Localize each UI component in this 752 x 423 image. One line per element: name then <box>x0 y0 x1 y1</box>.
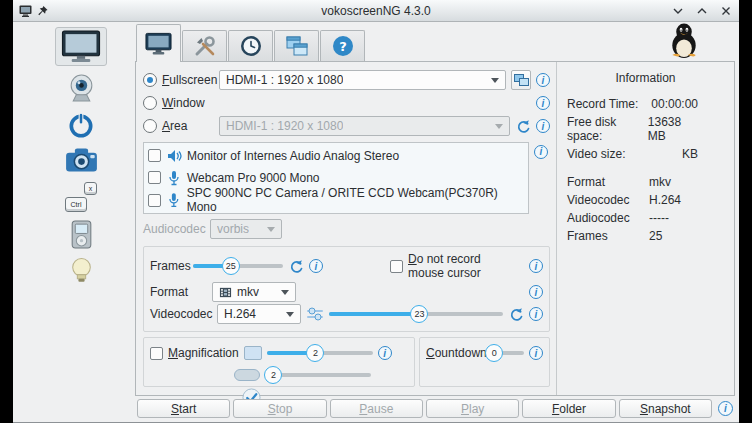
sidebar-item-shade[interactable] <box>70 257 93 286</box>
fullscreen-label: Fullscreen <box>162 73 214 87</box>
sidebar-item-camera[interactable] <box>65 147 98 174</box>
titlebar[interactable]: vokoscreenNG 4.3.0 <box>13 0 739 22</box>
magnification-shape-chip[interactable] <box>234 369 260 381</box>
audio-device-checkbox[interactable] <box>148 149 161 162</box>
tab-tools[interactable] <box>182 30 227 61</box>
audio-device-list[interactable]: Monitor of Internes Audio Analog Stereo … <box>143 142 529 214</box>
audio-device-label: Monitor of Internes Audio Analog Stereo <box>187 149 399 163</box>
audio-section: Monitor of Internes Audio Analog Stereo … <box>143 142 550 214</box>
format-label: Format <box>150 285 188 299</box>
film-icon <box>219 286 232 299</box>
videocodec-select[interactable]: H.264 <box>217 304 301 324</box>
window-row: Window <box>143 93 550 113</box>
snapshot-button[interactable]: Snapshot <box>619 399 712 418</box>
videocodec-row: Videocodec H.264 23 <box>150 304 543 324</box>
countdown-group: Countdown 0 <box>419 337 550 387</box>
camera-icon <box>65 147 98 174</box>
maximize-button[interactable] <box>694 3 709 18</box>
sidebar-item-player[interactable] <box>70 220 93 249</box>
format-info-icon[interactable] <box>529 285 543 299</box>
window-radio[interactable] <box>143 96 157 110</box>
audiocodec-label: Audiocodec <box>143 222 205 236</box>
area-reset-button[interactable] <box>515 118 531 134</box>
information-title: Information <box>567 71 724 85</box>
videocodec-info-icon[interactable] <box>529 307 543 321</box>
countdown-info-icon[interactable] <box>529 346 543 360</box>
sidebar-item-systray[interactable] <box>67 111 95 139</box>
magnification-zoom-slider[interactable]: 2 <box>267 343 373 363</box>
countdown-handle[interactable]: 0 <box>485 344 503 362</box>
info-audiocodec-row: Audiocodec ----- <box>567 211 724 225</box>
close-button[interactable] <box>718 3 733 18</box>
videocodec-quality-handle[interactable]: 23 <box>410 305 428 323</box>
magnification-size-slider[interactable]: 2 <box>265 365 371 385</box>
frames-slider[interactable]: 25 <box>193 256 283 276</box>
dual-screen-icon <box>514 74 529 87</box>
speaker-icon <box>166 148 182 164</box>
frames-slider-handle[interactable]: 25 <box>222 257 240 275</box>
chevron-down-icon <box>491 78 499 83</box>
chevron-down-icon <box>495 124 503 129</box>
videocodec-value: H.264 <box>224 307 256 321</box>
all-screens-button[interactable] <box>511 70 531 90</box>
toolbar-info-icon[interactable] <box>718 401 733 416</box>
start-button[interactable]: Start <box>137 399 230 418</box>
format-select[interactable]: mkv <box>212 282 296 302</box>
magnification-size-row: 2 <box>150 365 408 385</box>
record-settings-group: Frames 25 <box>143 246 550 332</box>
minimize-button[interactable] <box>670 3 685 18</box>
record-time-label: Record Time: <box>567 97 638 111</box>
magnification-checkbox[interactable] <box>150 347 163 360</box>
key-ctrl: Ctrl <box>65 197 87 212</box>
audio-info-icon[interactable] <box>534 145 548 159</box>
bottom-toolbar: Start Stop Pause Play Folder Snapshot <box>135 396 735 422</box>
info-frames-row: Frames 25 <box>567 229 724 243</box>
audio-device-checkbox[interactable] <box>148 171 161 184</box>
magnification-info-icon[interactable] <box>378 346 392 360</box>
record-time-value: 00:00:00 <box>651 97 724 111</box>
area-radio[interactable] <box>143 119 157 133</box>
frames-info-icon[interactable] <box>309 259 323 273</box>
audio-device-checkbox[interactable] <box>148 194 161 207</box>
magnification-zoom-handle[interactable]: 2 <box>306 344 324 362</box>
audio-device-row[interactable]: SPC 900NC PC Camera / ORITE CCD Webcam(P… <box>148 190 524 210</box>
stop-button[interactable]: Stop <box>233 399 326 418</box>
area-screen-select: HDMI-1 : 1920 x 1080 <box>219 116 510 136</box>
audio-info-column <box>534 142 550 214</box>
area-info-icon[interactable] <box>536 119 550 133</box>
pin-icon[interactable] <box>37 5 48 17</box>
magnification-preview-swatch[interactable] <box>244 346 262 360</box>
tab-windows[interactable] <box>274 30 319 61</box>
audio-device-row[interactable]: Monitor of Internes Audio Analog Stereo <box>148 146 524 165</box>
audio-device-row[interactable]: Webcam Pro 9000 Mono <box>148 168 524 187</box>
fullscreen-radio[interactable] <box>143 73 157 87</box>
folder-button[interactable]: Folder <box>522 399 615 418</box>
countdown-slider[interactable]: 0 <box>492 343 524 363</box>
mouse-cursor-info-icon[interactable] <box>529 259 543 273</box>
tab-help[interactable]: ? <box>320 30 365 61</box>
videocodec-reset-button[interactable] <box>508 306 524 322</box>
play-button[interactable]: Play <box>426 399 519 418</box>
information-stats: Record Time: 00:00:00 Free disk space: 1… <box>567 97 724 161</box>
help-icon: ? <box>331 34 355 58</box>
clock-icon <box>239 34 263 58</box>
pause-button[interactable]: Pause <box>330 399 423 418</box>
audiocodec-value: vorbis <box>217 222 249 236</box>
window-info-icon[interactable] <box>536 96 550 110</box>
area-label: Area <box>162 119 214 133</box>
app-icon <box>19 5 32 17</box>
mouse-cursor-checkbox[interactable] <box>390 260 403 273</box>
fullscreen-info-icon[interactable] <box>536 73 550 87</box>
free-disk-space-value: 13638 MB <box>648 115 724 143</box>
videocodec-quality-slider[interactable]: 23 <box>329 304 503 324</box>
sidebar: x Ctrl <box>13 22 135 422</box>
tab-screen[interactable] <box>136 24 181 62</box>
frames-reset-button[interactable] <box>288 258 304 274</box>
fullscreen-screen-select[interactable]: HDMI-1 : 1920 x 1080 <box>219 70 506 90</box>
sidebar-item-webcam[interactable] <box>68 74 95 103</box>
screen-controls: Fullscreen HDMI-1 : 1920 x 1080 <box>136 62 556 395</box>
magnification-size-handle[interactable]: 2 <box>264 366 282 384</box>
sidebar-item-screen[interactable] <box>55 27 107 66</box>
tab-timer[interactable] <box>228 30 273 61</box>
sidebar-item-hotkeys[interactable]: x Ctrl <box>65 182 97 212</box>
